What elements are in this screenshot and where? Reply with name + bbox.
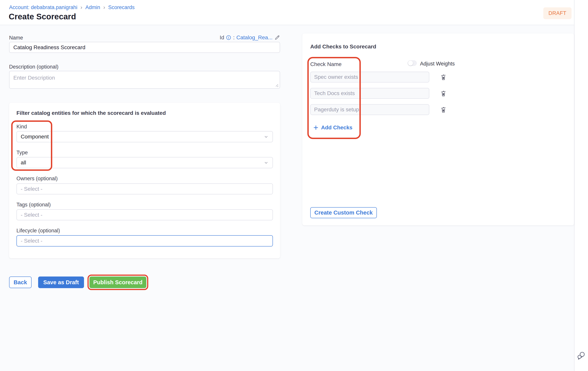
owners-label: Owners (optional) bbox=[16, 176, 58, 182]
name-label: Name bbox=[9, 35, 23, 41]
add-checks-button[interactable]: Add Checks bbox=[313, 125, 352, 131]
id-row: Id : Catalog_Rea... bbox=[209, 34, 280, 41]
check-rows bbox=[302, 72, 574, 120]
owners-select-placeholder: - Select - bbox=[21, 186, 42, 192]
check-row bbox=[302, 104, 574, 115]
breadcrumb-separator: › bbox=[103, 4, 105, 11]
tags-select[interactable]: - Select - bbox=[16, 209, 273, 220]
top-header: Account: debabrata.panigrahi › Admin › S… bbox=[0, 0, 574, 25]
check-row bbox=[302, 88, 574, 99]
create-custom-check-button[interactable]: Create Custom Check bbox=[310, 207, 377, 218]
side-strip bbox=[574, 0, 588, 371]
draft-status-badge: DRAFT bbox=[543, 7, 572, 19]
lifecycle-label: Lifecycle (optional) bbox=[16, 228, 60, 234]
id-value-link[interactable]: Catalog_Rea... bbox=[236, 34, 273, 41]
checks-card-title: Add Checks to Scorecard bbox=[310, 43, 376, 50]
check-name-input[interactable] bbox=[310, 104, 429, 115]
breadcrumb-admin-link[interactable]: Admin bbox=[85, 4, 100, 11]
tags-label: Tags (optional) bbox=[16, 202, 51, 208]
filter-card: Filter catalog entities for which the sc… bbox=[9, 103, 280, 258]
chat-help-icon[interactable] bbox=[577, 352, 586, 360]
add-checks-label: Add Checks bbox=[321, 125, 352, 131]
type-select-value: all bbox=[21, 159, 26, 166]
info-icon[interactable] bbox=[226, 35, 231, 40]
filter-title: Filter catalog entities for which the sc… bbox=[16, 110, 166, 116]
chevron-down-icon bbox=[264, 160, 269, 165]
chevron-down-icon bbox=[264, 134, 269, 139]
lifecycle-select[interactable]: - Select - bbox=[16, 235, 273, 246]
kind-select[interactable]: Component bbox=[16, 131, 273, 142]
trash-icon[interactable] bbox=[440, 90, 447, 97]
breadcrumb-scorecards-link[interactable]: Scorecards bbox=[108, 4, 135, 11]
save-as-draft-button[interactable]: Save as Draft bbox=[38, 276, 84, 288]
trash-icon[interactable] bbox=[440, 74, 447, 81]
id-label: Id bbox=[220, 34, 224, 41]
check-name-column-header: Check Name bbox=[310, 61, 342, 67]
tags-select-placeholder: - Select - bbox=[21, 212, 42, 218]
type-select[interactable]: all bbox=[16, 157, 273, 168]
breadcrumb: Account: debabrata.panigrahi › Admin › S… bbox=[9, 4, 135, 11]
check-name-input[interactable] bbox=[310, 88, 429, 99]
resize-handle[interactable] bbox=[275, 83, 279, 87]
adjust-weights-toggle[interactable] bbox=[408, 60, 417, 66]
add-checks-card: Add Checks to Scorecard Check Name Adjus… bbox=[302, 33, 574, 225]
breadcrumb-account-link[interactable]: Account: debabrata.panigrahi bbox=[9, 4, 77, 11]
edit-pencil-icon[interactable] bbox=[274, 35, 280, 41]
breadcrumb-separator: › bbox=[81, 4, 82, 11]
lifecycle-select-placeholder: - Select - bbox=[21, 238, 42, 244]
check-row bbox=[302, 72, 574, 83]
page-title: Create Scorecard bbox=[9, 12, 76, 21]
name-input[interactable] bbox=[9, 42, 280, 53]
id-colon: : bbox=[233, 34, 235, 41]
trash-icon[interactable] bbox=[440, 106, 447, 114]
kind-label: Kind bbox=[16, 124, 27, 130]
adjust-weights-label: Adjust Weights bbox=[420, 61, 455, 67]
kind-select-value: Component bbox=[21, 134, 49, 140]
owners-select[interactable]: - Select - bbox=[16, 183, 273, 194]
back-button[interactable]: Back bbox=[9, 276, 32, 288]
type-label: Type bbox=[16, 150, 28, 156]
description-textarea[interactable] bbox=[9, 71, 280, 89]
description-label: Description (optional) bbox=[9, 64, 58, 70]
toggle-knob bbox=[408, 61, 413, 66]
check-name-input[interactable] bbox=[310, 72, 429, 83]
plus-icon bbox=[313, 125, 319, 130]
publish-scorecard-button[interactable]: Publish Scorecard bbox=[89, 276, 146, 288]
